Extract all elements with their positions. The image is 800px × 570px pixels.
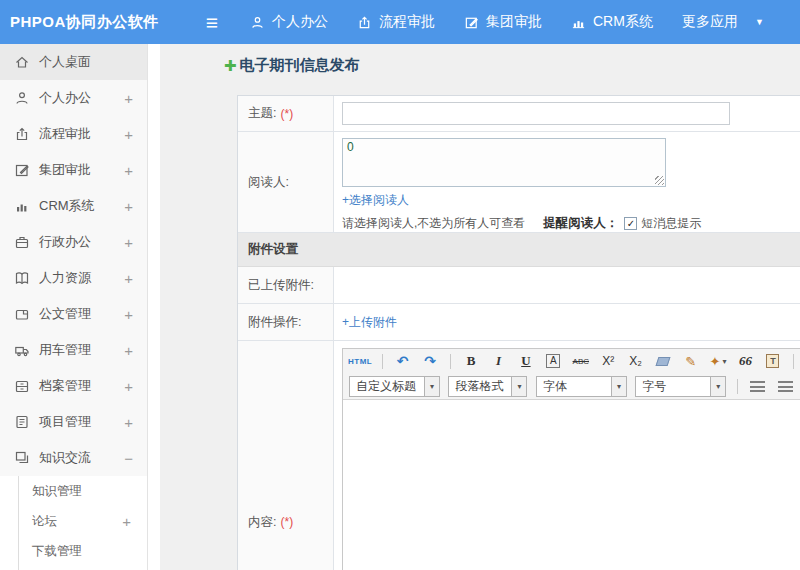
truck-icon xyxy=(14,342,30,358)
editor-toolbar-row2: 自定义标题▾ 段落格式▾ 字体▾ 字号▾ xyxy=(343,374,800,399)
sidebar-item-human-resources[interactable]: 人力资源 + xyxy=(0,260,147,296)
sidebar-item-process-approval[interactable]: 流程审批 + xyxy=(0,116,147,152)
redo-button[interactable]: ↷ xyxy=(420,351,441,371)
font-size-select[interactable]: 字号▾ xyxy=(635,376,726,397)
subject-input[interactable] xyxy=(342,102,730,125)
font-family-select[interactable]: 字体▾ xyxy=(536,376,627,397)
remind-readers-label: 提醒阅读人： xyxy=(543,215,618,232)
expand-toggle[interactable]: + xyxy=(122,513,131,530)
sidebar-subitem-public-file-cabinet[interactable]: 公共文件柜 xyxy=(19,566,147,570)
sms-checkbox[interactable]: ✓ xyxy=(624,217,637,230)
custom-heading-select[interactable]: 自定义标题▾ xyxy=(349,376,440,397)
html-source-button[interactable]: HTML xyxy=(348,351,372,371)
sidebar-item-knowledge-exchange[interactable]: 知识交流 − xyxy=(0,440,147,476)
nav-label: 更多应用 xyxy=(682,13,738,31)
blockquote-button[interactable]: 66 xyxy=(735,351,756,371)
eraser-button[interactable] xyxy=(653,351,674,371)
knowledge-layers-icon xyxy=(14,450,30,466)
upload-attachment-link[interactable]: +上传附件 xyxy=(342,314,397,331)
align-center-button[interactable] xyxy=(775,377,796,397)
nav-crm-system[interactable]: CRM系统 xyxy=(571,13,653,31)
caret-down-icon: ▾ xyxy=(710,377,725,396)
menu-toggle-icon[interactable]: ≡ xyxy=(198,12,226,33)
italic-button[interactable]: I xyxy=(488,351,509,371)
nav-group-approval[interactable]: 集团审批 xyxy=(464,13,542,31)
home-icon xyxy=(14,54,30,70)
expand-toggle[interactable]: + xyxy=(124,90,133,107)
sidebar-subitem-knowledge-management[interactable]: 知识管理 xyxy=(19,476,147,506)
sidebar-item-project-management[interactable]: 项目管理 + xyxy=(0,404,147,440)
nav-label: 集团审批 xyxy=(486,13,542,31)
readers-textarea[interactable]: 0 xyxy=(342,138,666,187)
expand-toggle[interactable]: + xyxy=(124,414,133,431)
sidebar-subitem-download-management[interactable]: 下载管理 xyxy=(19,536,147,566)
sidebar-item-vehicle-management[interactable]: 用车管理 + xyxy=(0,332,147,368)
sidebar-item-personal-desktop[interactable]: 个人桌面 xyxy=(0,44,147,80)
expand-toggle[interactable]: + xyxy=(124,234,133,251)
editor-content-area[interactable] xyxy=(343,399,800,570)
font-border-button[interactable]: A xyxy=(543,351,564,371)
top-header: PHPOA协同办公软件 ≡ 个人办公 流程审批 集团审批 CRM系统 更多应用 … xyxy=(0,0,800,44)
attachment-operation-row: 附件操作: +上传附件 xyxy=(238,304,800,341)
subscript-button[interactable]: X₂ xyxy=(625,351,646,371)
uploaded-label: 已上传附件: xyxy=(248,277,314,294)
caret-down-icon: ▾ xyxy=(723,357,727,366)
expand-toggle[interactable]: + xyxy=(124,162,133,179)
subject-label: 主题: xyxy=(248,105,276,122)
book-icon xyxy=(14,270,30,286)
expand-toggle[interactable]: + xyxy=(124,270,133,287)
nav-label: 流程审批 xyxy=(379,13,435,31)
expand-toggle[interactable]: + xyxy=(124,342,133,359)
add-icon: ✚ xyxy=(224,58,237,73)
align-center-icon xyxy=(778,381,793,392)
clipboard-text-icon: T xyxy=(766,354,779,368)
caret-down-icon: ▾ xyxy=(511,377,526,396)
sidebar-item-archive-management[interactable]: 档案管理 + xyxy=(0,368,147,404)
collapse-toggle[interactable]: − xyxy=(124,450,133,467)
publish-form: 主题: (*) 阅读人: 0 +选择阅读人 请选择阅读人,不选为所有人可查看 提… xyxy=(237,95,800,570)
sidebar-item-admin-office[interactable]: 行政办公 + xyxy=(0,224,147,260)
top-nav: 个人办公 流程审批 集团审批 CRM系统 更多应用 ▼ xyxy=(250,13,764,31)
bar-chart-icon xyxy=(571,15,586,30)
briefcase-icon xyxy=(14,234,30,250)
undo-button[interactable]: ↶ xyxy=(392,351,413,371)
content-label-cell: 内容: (*) xyxy=(238,341,334,570)
nav-process-approval[interactable]: 流程审批 xyxy=(357,13,435,31)
expand-toggle[interactable]: + xyxy=(124,306,133,323)
knowledge-submenu: 知识管理 论坛 + 下载管理 公共文件柜 xyxy=(0,476,147,570)
paragraph-format-select[interactable]: 段落格式▾ xyxy=(448,376,527,397)
nav-personal-office[interactable]: 个人办公 xyxy=(250,13,328,31)
sidebar-item-group-approval[interactable]: 集团审批 + xyxy=(0,152,147,188)
required-mark: (*) xyxy=(280,107,293,121)
sms-label: 短消息提示 xyxy=(641,215,701,232)
subject-label-cell: 主题: (*) xyxy=(238,96,334,131)
sidebar-item-document-management[interactable]: 公文管理 + xyxy=(0,296,147,332)
auto-typeset-button[interactable]: ✦▾ xyxy=(708,351,729,371)
paste-as-text-button[interactable]: T xyxy=(762,351,783,371)
required-mark: (*) xyxy=(280,515,293,529)
sidebar-item-personal-office[interactable]: 个人办公 + xyxy=(0,80,147,116)
expand-toggle[interactable]: + xyxy=(124,198,133,215)
resize-grip-icon[interactable] xyxy=(655,176,664,185)
sidebar-item-crm-system[interactable]: CRM系统 + xyxy=(0,188,147,224)
readers-row: 阅读人: 0 +选择阅读人 请选择阅读人,不选为所有人可查看 提醒阅读人： ✓ … xyxy=(238,132,800,233)
readers-label: 阅读人: xyxy=(248,174,289,191)
format-painter-button[interactable]: ✎ xyxy=(680,351,701,371)
caret-down-icon: ▾ xyxy=(424,377,439,396)
sidebar-subitem-forum[interactable]: 论坛 + xyxy=(19,506,147,536)
underline-button[interactable]: U xyxy=(515,351,536,371)
nav-more-apps[interactable]: 更多应用 xyxy=(682,13,738,31)
uploaded-attachments-row: 已上传附件: xyxy=(238,267,800,304)
align-left-button[interactable] xyxy=(747,377,768,397)
content-row: 内容: (*) HTML ↶ ↷ B I U A xyxy=(238,341,800,570)
edit-square-icon xyxy=(14,162,30,178)
expand-toggle[interactable]: + xyxy=(124,126,133,143)
strikethrough-button[interactable]: ABC xyxy=(570,351,591,371)
superscript-button[interactable]: X² xyxy=(598,351,619,371)
select-readers-link[interactable]: +选择阅读人 xyxy=(342,192,409,209)
readers-hint: 请选择阅读人,不选为所有人可查看 xyxy=(342,215,525,232)
bold-button[interactable]: B xyxy=(460,351,481,371)
content-label: 内容: xyxy=(248,514,276,531)
expand-toggle[interactable]: + xyxy=(124,378,133,395)
more-apps-caret-icon[interactable]: ▼ xyxy=(755,17,764,27)
